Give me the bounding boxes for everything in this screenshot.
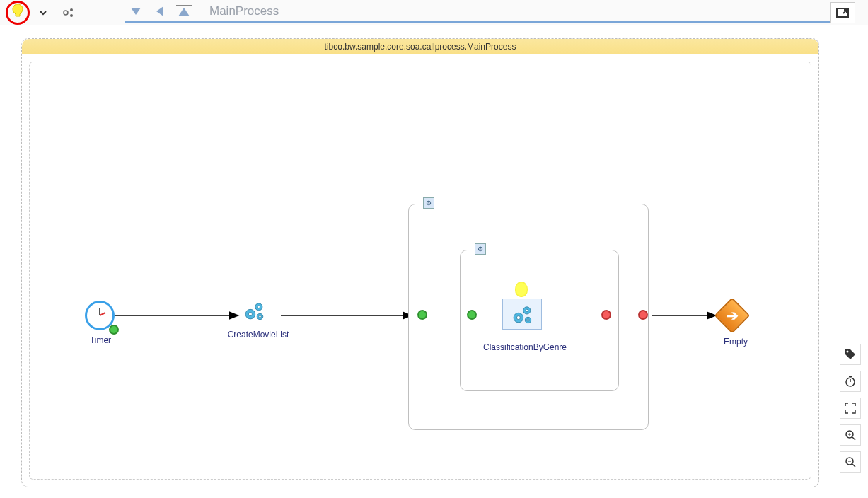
svg-point-18	[259, 315, 261, 318]
toolbar: MainProcess	[0, 0, 868, 25]
svg-point-1	[70, 8, 73, 11]
create-movie-list-label: CreateMovieList	[219, 330, 297, 340]
svg-point-25	[847, 351, 849, 353]
toolbar-dropdown[interactable]	[31, 2, 55, 23]
gears-icon	[242, 299, 266, 323]
zoom-in-icon	[845, 429, 856, 441]
chevron-down-icon	[39, 8, 47, 17]
process-frame: tibco.bw.sample.core.soa.callprocess.Mai…	[21, 38, 819, 487]
process-title: tibco.bw.sample.core.soa.callprocess.Mai…	[22, 39, 818, 54]
classification-label: ClassificationByGenre	[475, 342, 574, 352]
zoom-out-icon	[845, 456, 856, 468]
tag-icon	[845, 349, 856, 360]
bulb-icon	[515, 282, 528, 297]
start-pin-icon	[109, 325, 119, 335]
scope-badge-icon: ⚙	[475, 243, 486, 255]
zoom-in-button[interactable]	[840, 424, 861, 446]
create-movie-list-node[interactable]	[242, 299, 266, 325]
bulb-icon[interactable]	[11, 4, 24, 21]
zoom-out-button[interactable]	[840, 451, 861, 473]
breadcrumb-up[interactable]	[173, 1, 195, 21]
popout-icon	[836, 8, 849, 18]
fit-button[interactable]	[840, 398, 861, 419]
arrow-right-icon: ➔	[727, 307, 739, 324]
svg-point-24	[527, 319, 529, 321]
stopwatch-icon	[845, 376, 856, 387]
gears-icon	[510, 302, 534, 326]
svg-point-22	[526, 309, 528, 311]
svg-point-0	[64, 11, 68, 15]
classification-node[interactable]	[502, 299, 542, 330]
breadcrumb-nav	[125, 1, 195, 21]
scope-start-pin-icon	[417, 310, 427, 320]
breadcrumb-down[interactable]	[125, 1, 147, 21]
svg-point-16	[257, 306, 260, 308]
timer-label: Timer	[83, 335, 118, 345]
popout-button[interactable]	[830, 2, 855, 23]
scope-end-pin-icon	[638, 310, 648, 320]
svg-point-14	[248, 313, 252, 316]
canvas-tools	[840, 344, 861, 473]
settings-icon	[62, 7, 75, 18]
svg-point-2	[70, 14, 73, 17]
breadcrumb-back[interactable]	[149, 1, 171, 21]
fit-to-screen-icon	[845, 403, 856, 414]
svg-point-20	[516, 316, 520, 320]
inner-canvas[interactable]: ⚙ ⚙ Timer	[29, 62, 811, 480]
scope-badge-icon: ⚙	[423, 197, 434, 209]
canvas-area: tibco.bw.sample.core.soa.callprocess.Mai…	[0, 25, 868, 498]
toolbar-settings[interactable]	[57, 2, 81, 23]
highlight-annotation	[6, 1, 30, 25]
stopwatch-button[interactable]	[840, 371, 861, 392]
inner-scope-end-pin-icon	[601, 310, 611, 320]
svg-rect-3	[176, 5, 192, 6]
breadcrumb-current: MainProcess	[195, 4, 831, 18]
breadcrumb-bar: MainProcess	[125, 2, 854, 23]
svg-rect-27	[849, 376, 852, 377]
clock-icon	[87, 303, 112, 328]
tag-button[interactable]	[840, 344, 861, 365]
empty-label: Empty	[714, 337, 757, 347]
inner-scope-start-pin-icon	[467, 310, 477, 320]
svg-line-30	[852, 437, 855, 440]
svg-line-34	[852, 464, 855, 467]
